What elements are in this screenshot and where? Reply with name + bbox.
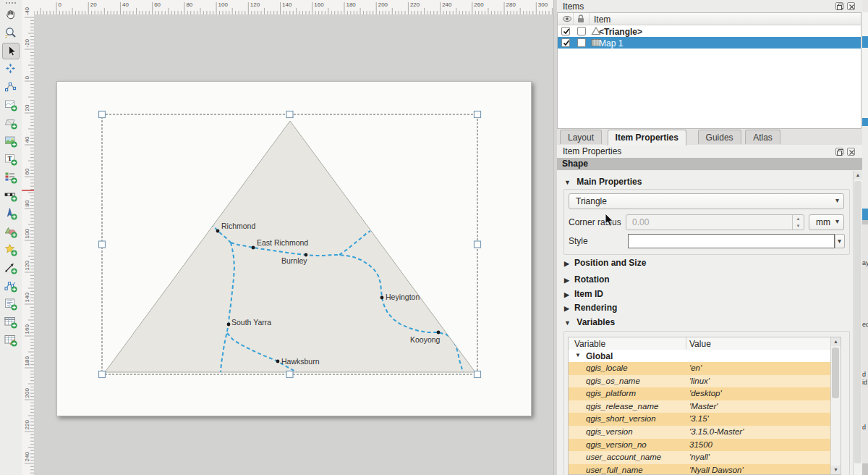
variable-value: 'en' [689,363,702,372]
add-node-item-tool[interactable] [2,278,20,295]
add-shape-tool[interactable] [2,224,20,240]
lock-checkbox[interactable] [577,38,586,47]
selection-handle[interactable] [99,112,106,118]
add-arrow-tool-icon [4,261,17,274]
section-rendering[interactable]: ▶Rendering [564,303,617,314]
toolbar-grip[interactable] [5,1,17,5]
style-preview-button[interactable] [628,234,835,248]
section-variables[interactable]: ▼ Variables [564,317,615,328]
layout-page[interactable]: RichmondEast RichmondBurnleyHeyingtonSou… [56,81,532,416]
style-label: Style [569,236,588,246]
tab-layout[interactable]: Layout [560,130,602,144]
selection-handle[interactable] [475,112,481,118]
selection-handle[interactable] [475,371,481,378]
items-row-map-1[interactable]: Map 1 [558,37,861,49]
chevron-down-icon: ▾ [835,217,839,225]
tab-atlas[interactable]: Atlas [745,130,780,144]
station-label: South Yarra [231,318,271,327]
item-properties-float-button[interactable] [835,148,843,156]
sliver-text-fragment: d [862,371,868,378]
selection-handle[interactable] [99,371,106,378]
add-label-tool-icon: T [4,153,17,166]
add-scalebar-tool[interactable] [2,188,20,204]
item-label: <Triangle> [599,27,642,37]
variable-value: 'Master' [689,402,718,411]
variables-group-label: Global [586,351,613,361]
section-rotation[interactable]: ▶Rotation [564,274,610,285]
item-properties-panel: Item Properties Shape ▼ Main Properties … [557,145,862,475]
mouse-cursor [605,214,616,228]
add-map-tool[interactable] [2,97,20,114]
svg-text:60: 60 [154,1,161,8]
sliver-block [862,118,868,126]
items-close-button[interactable] [847,2,855,10]
tab-item-properties[interactable]: Item Properties [608,130,686,146]
pan-tool[interactable] [2,7,20,23]
selection-handle[interactable] [286,371,293,378]
add-north-arrow-tool[interactable] [2,206,20,222]
sliver-text-fragment: ay [862,259,868,266]
add-attribute-table-tool[interactable] [2,314,20,331]
variable-value: '3.15' [689,414,709,423]
move-item-content-tool[interactable] [2,61,20,77]
scrollbar-thumb[interactable] [854,181,861,463]
svg-text:20: 20 [24,104,30,111]
selection-handle[interactable] [475,241,481,248]
shape-type-combobox[interactable]: Triangle ▾ [569,193,844,209]
add-marker-tool[interactable] [2,242,20,258]
triangle-map-item[interactable]: RichmondEast RichmondBurnleyHeyingtonSou… [57,82,532,417]
sliver-block [862,126,868,209]
add-fixed-table-tool[interactable] [2,332,20,349]
scroll-down-icon[interactable]: ▼ [831,466,841,474]
vertical-ruler: -40-20020406080100120140160180200220240 [22,0,35,475]
add-legend-tool[interactable] [2,169,20,186]
layout-canvas[interactable]: RichmondEast RichmondBurnleyHeyingtonSou… [34,14,553,475]
style-dropdown-button[interactable]: ▾ [835,234,845,248]
select-move-item-tool-icon [5,45,18,58]
lock-checkbox[interactable] [577,27,586,35]
svg-text:100: 100 [218,1,229,8]
scroll-up-icon[interactable]: ▲ [831,337,841,346]
scrollbar-thumb[interactable] [832,348,839,398]
variables-col-variable: Variable [574,339,605,349]
section-item-id[interactable]: ▶Item ID [564,289,603,300]
add-label-tool[interactable]: T [2,151,20,168]
variable-name: user_full_name [586,466,643,474]
spinner-buttons[interactable]: ▲ ▼ [792,215,804,230]
select-move-item-tool[interactable] [2,43,20,59]
corner-radius-spinbox[interactable]: 0.00 ▲ ▼ [626,214,804,230]
add-3d-map-tool[interactable] [2,115,20,132]
station-label: Heyington [386,293,420,301]
zoom-tool[interactable] [2,25,20,41]
svg-text:0: 0 [24,76,30,80]
selection-handle[interactable] [286,112,293,118]
svg-text:220: 220 [410,1,420,8]
variable-name: qgis_release_name [586,402,658,411]
section-main-properties[interactable]: ▼ Main Properties [564,177,642,188]
corner-radius-value: 0.00 [632,217,649,227]
add-picture-tool[interactable] [2,133,20,150]
background-window-sliver: ayeddidd [862,0,868,475]
svg-text:T: T [7,155,12,162]
item-properties-scrollbar[interactable]: ▲ [853,171,862,475]
horizontal-ruler-ticks: 0204060801001201401601802002202402602803… [34,0,553,14]
chevron-right-icon: ▶ [564,277,574,284]
variable-row-qgis_version_no: qgis_version_no31500 [569,439,832,452]
unit-combobox[interactable]: mm ▾ [809,214,844,230]
scroll-up-icon[interactable]: ▲ [854,171,862,180]
section-position-and-size[interactable]: ▶Position and Size [564,258,646,269]
item-properties-close-button[interactable] [847,148,855,156]
visibility-checkbox[interactable] [561,27,570,35]
items-row-triangle[interactable]: <Triangle> [558,25,861,37]
tab-guides[interactable]: Guides [698,130,741,144]
visibility-checkbox[interactable] [561,38,570,47]
zoom-tool-icon [4,26,17,39]
variables-scrollbar[interactable]: ▲ ▼ [830,337,841,474]
selection-handle[interactable] [99,241,106,248]
edit-nodes-tool[interactable] [2,79,20,96]
add-html-tool[interactable]: </> [2,296,20,313]
variables-group-global[interactable]: ▼ Global [569,350,832,362]
item-properties-title: Item Properties [563,146,621,156]
items-float-button[interactable] [835,2,843,10]
add-arrow-tool[interactable] [2,260,20,277]
